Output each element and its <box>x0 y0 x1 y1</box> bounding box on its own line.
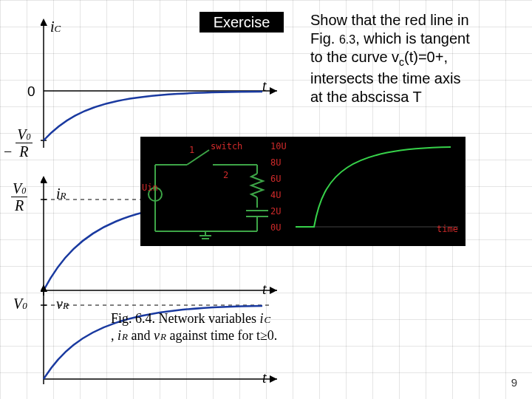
frac-r: R <box>16 143 32 159</box>
scope-ytick-2: 2U <box>270 206 281 216</box>
scope-trace <box>296 144 458 233</box>
cap-vr: v <box>154 328 160 343</box>
svg-marker-3 <box>41 18 47 26</box>
scope-trace-area: 10U 8U 6U 4U 2U 0U time <box>296 144 458 233</box>
cap-ir-sub: R <box>122 331 128 342</box>
svg-text:2: 2 <box>223 170 228 180</box>
scope-ytick-6: 6U <box>270 174 281 184</box>
instr-line5: at the abscissa T <box>310 89 422 105</box>
svg-marker-1 <box>270 87 277 95</box>
svg-marker-8 <box>41 176 47 183</box>
page-number: 9 <box>511 376 517 389</box>
scope-ytick-10: 10U <box>270 141 287 151</box>
cap-ir: i <box>117 328 121 343</box>
instr-vc-sub: c <box>399 56 404 68</box>
instr-figref: Fig. <box>310 30 339 47</box>
instr-line2: , which is tangent <box>355 30 470 47</box>
uin-label: Uin <box>142 183 158 193</box>
frac2-r: R <box>11 197 27 213</box>
svg-marker-14 <box>41 284 47 292</box>
circuit-schematic: 1 2 <box>146 143 290 240</box>
frac-v: V <box>17 126 26 143</box>
scope-ytick-0: 0U <box>270 222 281 233</box>
exercise-instruction: Show that the red line in Fig. 6.3, whic… <box>310 11 525 106</box>
v0-v: V <box>13 296 22 312</box>
cap-ic-sub: C <box>264 314 270 325</box>
frac2-v-sub: 0 <box>21 185 26 196</box>
instr-fignum: 6.3 <box>339 33 355 46</box>
cap-pre: Fig. 6.4. Network variables <box>111 311 259 326</box>
cap-post: against time for t≥0. <box>169 328 277 343</box>
ylabel-v0-over-r: V0 R <box>11 181 27 214</box>
instr-line3a: to the curve v <box>310 49 399 65</box>
ylabel-v0: V0 <box>13 296 27 313</box>
frac-v-sub: 0 <box>27 132 31 142</box>
cap-and: and <box>131 328 154 343</box>
v0-sub: 0 <box>22 300 27 311</box>
frac2-v: V <box>13 180 21 197</box>
cap-sep1: , <box>111 328 117 343</box>
oscilloscope-panel: 1 2 switch Uin 10U 8U 6U 4U 2U 0U time <box>140 137 466 246</box>
svg-marker-12 <box>270 375 277 383</box>
minus-sign: − <box>4 143 12 160</box>
figure-caption: Fig. 6.4. Network variables iC , iR and … <box>111 310 366 344</box>
instr-line3b: (t)=0+, <box>404 49 448 65</box>
cap-vr-sub: R <box>160 331 166 342</box>
scope-xlabel: time <box>437 224 458 234</box>
cap-ic: i <box>259 311 263 326</box>
ic-plot <box>41 18 284 151</box>
instr-line1: Show that the red line in <box>310 12 469 28</box>
svg-text:1: 1 <box>189 145 194 155</box>
switch-label: switch <box>211 141 242 151</box>
ic-zero: 0 <box>27 83 35 100</box>
instr-line4: intersects the time axis <box>310 70 460 86</box>
scope-ytick-8: 8U <box>270 157 281 168</box>
scope-ytick-4: 4U <box>270 190 281 200</box>
ylabel-minus-v0-over-r: − V0 R <box>4 127 33 160</box>
